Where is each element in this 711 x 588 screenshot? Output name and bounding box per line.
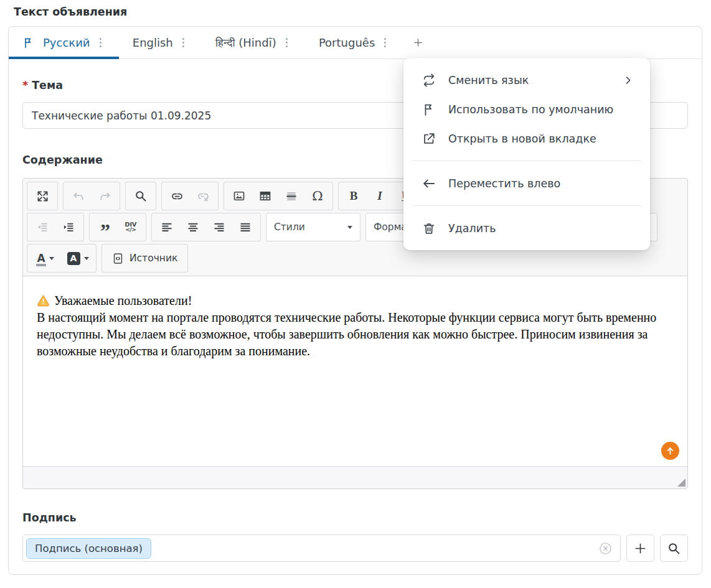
chevron-down-icon — [49, 257, 54, 260]
justify-button[interactable] — [232, 215, 258, 240]
align-right-icon — [213, 221, 225, 233]
align-left-icon — [161, 221, 173, 233]
menu-item-delete[interactable]: Удалить — [403, 213, 650, 243]
search-icon — [134, 190, 147, 202]
tab-hindi[interactable]: हिन्दी (Hindī) — [202, 27, 305, 58]
tab-english[interactable]: English — [119, 27, 202, 58]
signature-label: Подпись — [22, 511, 688, 524]
plus-icon — [633, 541, 647, 556]
menu-item-use-default[interactable]: Использовать по умолчанию — [403, 95, 650, 124]
maximize-button[interactable] — [29, 184, 55, 208]
tab-context-menu: Сменить язык Использовать по умолчанию О… — [403, 58, 650, 250]
active-tab-indicator — [9, 57, 119, 59]
tab-options-icon[interactable] — [383, 35, 387, 50]
tab-label: Русский — [43, 36, 90, 49]
tab-russian[interactable]: Русский — [9, 27, 119, 58]
editor-statusbar — [23, 466, 687, 488]
bg-color-button[interactable]: A — [62, 246, 94, 271]
maximize-icon — [37, 190, 49, 202]
undo-button[interactable] — [65, 184, 92, 208]
content-heading: Уважаемые пользователи! — [54, 294, 192, 307]
unlink-icon — [197, 190, 210, 203]
styles-combo[interactable]: Стили — [266, 213, 360, 241]
text-color-button[interactable]: A — [29, 246, 62, 271]
menu-item-open-new-tab[interactable]: Открыть в новой вкладке — [403, 124, 650, 153]
align-center-icon — [187, 221, 199, 233]
search-signature-button[interactable] — [660, 534, 688, 562]
add-language-button[interactable] — [403, 27, 433, 58]
chevron-down-icon — [347, 226, 352, 229]
align-right-button[interactable] — [206, 215, 232, 240]
unlink-button[interactable] — [190, 184, 216, 208]
bold-button[interactable]: B — [341, 184, 367, 208]
menu-divider — [412, 205, 641, 206]
source-button[interactable]: Источник — [104, 246, 186, 271]
image-icon — [233, 190, 245, 202]
tab-label: हिन्दी (Hindī) — [215, 36, 276, 50]
outdent-button[interactable] — [29, 215, 55, 240]
redo-button[interactable] — [92, 184, 118, 208]
arrow-up-icon — [665, 446, 676, 456]
menu-item-move-left[interactable]: Переместить влево — [403, 169, 650, 198]
justify-icon — [239, 221, 252, 233]
redo-icon — [99, 190, 111, 202]
tab-label: English — [133, 36, 173, 49]
signature-chip[interactable]: Подпись (основная) — [26, 538, 151, 559]
source-code-icon — [112, 253, 124, 264]
align-left-button[interactable] — [154, 215, 180, 240]
page-title: Текст объявления — [14, 6, 711, 18]
italic-button[interactable]: I — [367, 184, 393, 208]
resize-handle-icon[interactable] — [677, 478, 685, 487]
link-button[interactable] — [164, 184, 190, 208]
swap-language-icon — [422, 73, 436, 87]
search-icon — [667, 542, 680, 555]
chevron-right-icon — [623, 75, 634, 86]
external-link-icon — [422, 132, 436, 146]
quote-icon: ” — [100, 226, 109, 235]
warning-icon — [37, 294, 50, 307]
language-tabbar: Русский English हिन्दी (Hindī) Português — [9, 27, 702, 59]
flag-icon — [422, 103, 436, 116]
required-asterisk: * — [22, 79, 28, 91]
align-center-button[interactable] — [180, 215, 206, 240]
signature-field[interactable]: Подпись (основная) — [22, 534, 621, 562]
scroll-top-button[interactable] — [661, 442, 679, 460]
special-char-button[interactable]: Ω — [304, 184, 331, 208]
signature-row: Подпись (основная) — [22, 534, 688, 562]
table-button[interactable] — [252, 184, 278, 208]
text-color-icon: A — [37, 253, 45, 264]
indent-button[interactable] — [55, 215, 82, 240]
menu-item-change-language[interactable]: Сменить язык — [403, 65, 650, 95]
div-icon: DIV</> — [125, 222, 137, 233]
bg-color-icon: A — [67, 252, 80, 265]
horizontal-rule-icon — [285, 190, 298, 202]
tab-options-icon[interactable] — [285, 35, 289, 50]
tab-options-icon[interactable] — [98, 35, 103, 50]
table-icon — [259, 190, 271, 202]
image-button[interactable] — [226, 184, 252, 208]
find-button[interactable] — [128, 184, 154, 208]
horizontal-rule-button[interactable] — [278, 184, 304, 208]
content-text: В настоящий момент на портале проводятся… — [37, 310, 656, 358]
link-icon — [171, 190, 184, 203]
clear-icon[interactable] — [598, 541, 613, 556]
outdent-icon — [36, 221, 49, 233]
menu-divider — [412, 161, 641, 161]
omega-icon: Ω — [312, 189, 323, 203]
editor-content[interactable]: Уважаемые пользователи! В настоящий моме… — [23, 276, 687, 466]
tab-options-icon[interactable] — [181, 35, 186, 50]
plus-icon — [412, 37, 424, 49]
blockquote-button[interactable]: ” — [92, 215, 118, 240]
add-signature-button[interactable] — [626, 534, 654, 562]
indent-icon — [62, 221, 75, 233]
trash-icon — [422, 222, 436, 235]
tab-label: Português — [319, 36, 375, 49]
undo-icon — [73, 190, 85, 202]
default-flag-icon — [22, 37, 35, 49]
tab-portuguese[interactable]: Português — [305, 27, 404, 58]
chevron-down-icon — [84, 257, 89, 260]
arrow-left-icon — [422, 177, 436, 190]
div-container-button[interactable]: DIV</> — [118, 215, 144, 240]
